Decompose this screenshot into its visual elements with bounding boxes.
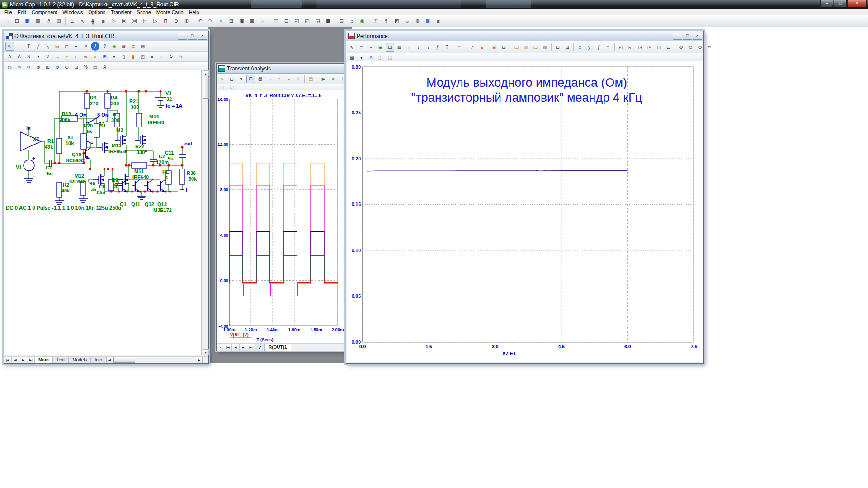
mirror-icon[interactable]: ⇋	[176, 52, 185, 61]
select-mode-icon[interactable]: ⇖	[218, 75, 226, 83]
cross-area-icon[interactable]: ◳	[138, 52, 147, 61]
split-horizontal-icon[interactable]: ◫	[271, 16, 281, 26]
schematic-maximize-button[interactable]: □	[188, 33, 197, 40]
component-browser-icon[interactable]: ⊡	[337, 16, 346, 26]
open-file-icon[interactable]: ⊟	[12, 16, 22, 26]
model-editor-icon[interactable]: ▦	[119, 42, 128, 51]
cut-icon[interactable]: ×	[216, 16, 226, 26]
performance-titlebar[interactable]: Performance: – □ ×	[346, 31, 703, 41]
transient-titlebar[interactable]: Transient Analysis	[217, 64, 345, 74]
run-icon[interactable]: ▶	[319, 75, 328, 83]
slope-mode-icon[interactable]: ↘	[284, 75, 293, 83]
warning-toggle-icon[interactable]: ▲	[91, 52, 99, 61]
cursor-x-icon[interactable]: x	[576, 43, 584, 52]
scrollbar-thumb[interactable]	[203, 77, 209, 99]
slope-down-icon[interactable]: ↘	[477, 43, 486, 52]
zoom-in-icon[interactable]: ⊕	[53, 63, 61, 71]
schematic-vertical-scrollbar[interactable]: ▲ ▼	[203, 70, 208, 355]
select-box-icon[interactable]: □	[157, 52, 166, 61]
opamp-icon[interactable]: ▷	[151, 16, 160, 26]
stop-icon[interactable]: ⊗	[34, 63, 42, 71]
shapes-dropdown-icon[interactable]: ▾	[72, 42, 80, 51]
shapes-dropdown-icon[interactable]: ▾	[367, 43, 375, 52]
pad-icon[interactable]: ▣	[490, 43, 499, 52]
revert-icon[interactable]: ↺	[43, 16, 53, 26]
schematic-horizontal-scrollbar[interactable]: ◀ ▶	[106, 357, 203, 363]
zoom-in-icon[interactable]: ⊕	[677, 43, 685, 52]
save-all-icon[interactable]: ▦	[33, 16, 42, 26]
node-voltages-toggle-icon[interactable]: V	[43, 52, 52, 61]
schematic-canvas[interactable]: inX7V1+-C15uR143kR240kR19200k4 Ом8 ОмS1X…	[4, 70, 202, 355]
npn-transistor-icon[interactable]: ⋉	[119, 16, 129, 26]
scrollbar-thumb[interactable]	[113, 357, 135, 363]
tag-horizontal-icon[interactable]: ◰	[617, 43, 625, 52]
save-file-icon[interactable]: ▣	[23, 16, 32, 26]
preferences-icon[interactable]: ≡	[434, 16, 443, 26]
attribute-text-toggle-icon[interactable]: A	[5, 52, 14, 61]
grid-toggle-icon[interactable]: ⊞	[100, 52, 109, 61]
shapes-icon[interactable]: ◻	[227, 75, 236, 83]
cursor-fx-icon[interactable]: ƒ	[594, 43, 603, 52]
menu-transient[interactable]: Transient	[108, 9, 134, 15]
remove-plot-icon[interactable]: ⊟	[553, 43, 562, 52]
sheet-list-icon[interactable]: ≣	[323, 16, 333, 26]
link-icon[interactable]: ∞	[402, 16, 412, 26]
info-page-icon[interactable]: ¶	[382, 16, 391, 26]
performance-close-button[interactable]: ×	[693, 33, 702, 40]
overlay-icon[interactable]: ◲	[313, 16, 322, 26]
shapes-icon[interactable]: ◻	[62, 42, 71, 51]
page-list-icon[interactable]: ▤	[91, 63, 99, 71]
bus-mode-icon[interactable]: ▤	[53, 42, 61, 51]
paste-icon[interactable]: ▣	[237, 16, 246, 26]
tab-models[interactable]: Models	[69, 357, 91, 363]
capacitor-icon[interactable]: ╫	[88, 16, 98, 26]
page-dropdown-button[interactable]: ▾	[217, 344, 224, 351]
text-mode-icon[interactable]: T	[443, 43, 451, 52]
cascade-windows-icon[interactable]: ◰	[292, 16, 302, 26]
voltage-probe-icon[interactable]: ⊙	[171, 16, 181, 26]
pad-grid-icon[interactable]: ⊞	[500, 43, 508, 52]
schematic-minimize-button[interactable]: –	[178, 33, 187, 40]
menu-component[interactable]: Component	[29, 9, 60, 15]
scroll-down-icon[interactable]: ▼	[203, 349, 209, 355]
maximize-button[interactable]: □	[834, 0, 847, 7]
help-mode-icon[interactable]: ?	[100, 42, 109, 51]
shapes-icon[interactable]: ◻	[357, 43, 366, 52]
plot-tab-v[interactable]: v	[255, 344, 265, 351]
diode-icon[interactable]: ▷	[109, 16, 118, 26]
scale-mode-icon[interactable]: ▦	[256, 75, 264, 83]
attribute-wave-toggle-icon[interactable]: Â	[15, 52, 24, 61]
nmos-icon[interactable]: ⊢	[140, 16, 150, 26]
stripe-right-icon[interactable]: ▤	[531, 43, 540, 52]
select-mode-icon[interactable]: ⇖	[5, 42, 14, 51]
copy-page-icon[interactable]: ⊞	[43, 63, 52, 71]
expand-y-icon[interactable]: ↕	[275, 75, 283, 83]
align-right-icon[interactable]: ⊟	[664, 43, 673, 52]
sine-source-icon[interactable]: ∿	[78, 16, 87, 26]
page-next-button[interactable]: ▶	[19, 357, 27, 363]
print-icon[interactable]: ▤	[54, 16, 63, 26]
tag-branch-icon[interactable]: ◳	[645, 43, 654, 52]
menu-monte-carlo[interactable]: Monte Carlo	[154, 9, 186, 15]
stripe-none-icon[interactable]: ▥	[541, 43, 549, 52]
font-icon[interactable]: A	[100, 63, 109, 71]
page-first-button[interactable]: |◀	[4, 357, 12, 363]
add-plot-icon[interactable]: ⊞	[563, 43, 571, 52]
delete-icon[interactable]: ⊠	[247, 16, 257, 26]
stop-icon[interactable]: ■	[329, 75, 337, 83]
performance-maximize-button[interactable]: □	[683, 33, 692, 40]
tab-text[interactable]: Text	[53, 357, 69, 363]
find-part-icon[interactable]: ◎	[5, 63, 14, 71]
page-prev-button[interactable]: ◀	[12, 357, 19, 363]
zoom-window-icon[interactable]: ⊡	[72, 63, 80, 71]
image-mode-icon[interactable]: ▣	[376, 43, 385, 52]
undo-icon[interactable]: ↶	[195, 16, 205, 26]
close-button[interactable]: ×	[847, 0, 867, 7]
scroll-right-icon[interactable]: ▶	[196, 357, 203, 363]
line-mode-icon[interactable]: ╱	[34, 42, 42, 51]
properties-icon[interactable]: ≡	[148, 52, 156, 61]
redo-icon[interactable]: ↷	[206, 16, 215, 26]
transient-plot[interactable]: VK_4_t_3_Rout.CIR v X7.E1=.1...616.0012.…	[217, 90, 344, 343]
condition-toggle-icon[interactable]: ✓	[72, 52, 80, 61]
power-toggle-icon[interactable]: ϟ	[62, 52, 71, 61]
